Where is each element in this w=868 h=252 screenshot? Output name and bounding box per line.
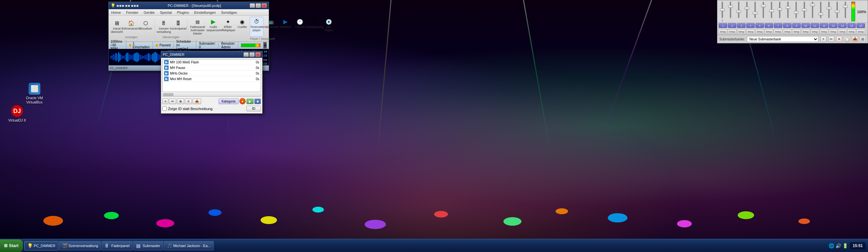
ch-num-12[interactable]: 12	[820, 23, 828, 28]
buehnenansicht-btn[interactable]: 🏠 Bühnenansicht	[124, 19, 138, 35]
id-button[interactable]: ID	[246, 106, 261, 111]
show-id-checkbox[interactable]	[162, 107, 167, 111]
dialog-max-btn[interactable]: □	[249, 52, 255, 57]
audio-sequenzer-btn[interactable]: ▶ Audiosequenzer	[207, 17, 220, 36]
setup-btn-8[interactable]: Setup	[783, 29, 792, 34]
list-item-2[interactable]: ▶ MiHs Decke 0s	[163, 71, 260, 76]
list-item-0[interactable]: ▶ MH 100 Weiß Flash 0s	[163, 59, 260, 65]
kanal-uebersicht-btn[interactable]: ⊞ Kanal übersicht	[110, 19, 124, 35]
setup-btn-6[interactable]: Setup	[765, 29, 773, 34]
mixer-add-btn[interactable]: +	[820, 36, 826, 42]
taskbar-michael-jackson[interactable]: 🎵 Michael Jackson - Ea...	[164, 241, 214, 250]
menu-einstellungen[interactable]: Einstellungen	[191, 10, 218, 15]
start-button[interactable]: ⊞ Start	[0, 240, 23, 252]
taskbar-right: 🌐 🔊 🔋 15:51	[826, 242, 868, 249]
maximize-btn[interactable]: □	[256, 3, 261, 8]
taskbar-szenen[interactable]: 🎬 Szenenverwaltung	[59, 241, 101, 250]
setup-btn-4[interactable]: Setup	[746, 29, 755, 34]
mixer-edit-btn[interactable]: ✏	[828, 36, 834, 42]
menu-fenster[interactable]: Fenster	[123, 10, 141, 15]
setup-btn-5[interactable]: Setup	[755, 29, 764, 34]
timecode-btn[interactable]: ⏱ Timecodeplayer	[250, 17, 264, 36]
dialog-play-btn[interactable]: ▶	[246, 99, 254, 104]
ch-num-9[interactable]: 9	[792, 23, 801, 28]
ch-num-7[interactable]: 7	[774, 23, 782, 28]
window-title: PC-DIMMER - [Steuerpult0.pcdp]	[139, 4, 250, 7]
setup-btn-9[interactable]: Setup	[792, 29, 801, 34]
zeitsteuerung-btn[interactable]: ⟳ Zeitsteuerung	[308, 17, 321, 36]
menu-sonstiges[interactable]: Sonstiges	[219, 10, 240, 15]
ch-num-15[interactable]: 15	[847, 23, 856, 28]
setup-btn-11[interactable]: Setup	[811, 29, 819, 34]
setup-btn-2[interactable]: Setup	[728, 29, 736, 34]
mixer-export-btn[interactable]: 📤	[852, 36, 858, 42]
visualizer-btn[interactable]: ⬡ Visualizer	[139, 19, 153, 35]
setup-btn-15[interactable]: Setup	[847, 29, 856, 34]
ch-num-14[interactable]: 14	[838, 23, 847, 28]
close-btn[interactable]: ✕	[261, 3, 267, 8]
beattool-btn[interactable]: ▶ Beattool	[279, 17, 292, 36]
effekt-btn[interactable]: ✦ Effekteffektplayer	[221, 17, 235, 36]
setup-btn-13[interactable]: Setup	[829, 29, 837, 34]
szenen-btn[interactable]: 🎚 Szenenverwaltung	[157, 19, 170, 35]
dialog-close-btn[interactable]: ✕	[255, 52, 260, 57]
dialog-min-btn[interactable]: _	[244, 52, 249, 57]
cd-player-btn[interactable]: 💿 CD-Player	[322, 17, 336, 36]
ch-num-16[interactable]: 16	[857, 23, 865, 28]
ch-num-1[interactable]: 1	[719, 23, 727, 28]
dialog-edit-btn[interactable]: ✏	[169, 99, 176, 104]
ch-num-10[interactable]: 10	[801, 23, 810, 28]
fader-panel-btn[interactable]: ▤ FaderpanelSubmasterMaster	[189, 17, 206, 36]
oracle-virtualbox-icon[interactable]: ⬜ Oracle VM VirtualBox	[21, 82, 48, 105]
ch-num-2[interactable]: 2	[728, 23, 736, 28]
taskbar-fader[interactable]: 🎚 Faderpanel	[102, 241, 132, 250]
dialog-delete-btn[interactable]: ✕	[185, 99, 192, 104]
minimize-btn[interactable]: _	[250, 3, 255, 8]
ch-num-5[interactable]: 5	[755, 23, 764, 28]
dialog-scrollbar[interactable]	[162, 93, 261, 96]
dialog-copy-btn[interactable]: ⊕	[177, 99, 184, 104]
setup-btn-14[interactable]: Setup	[838, 29, 847, 34]
record-btn[interactable]: ●	[239, 98, 246, 105]
dialog-export-btn[interactable]: 📤	[193, 99, 201, 104]
setup-btn-1[interactable]: Setup	[719, 29, 727, 34]
ch-num-8[interactable]: 8	[783, 23, 792, 28]
dialog-list[interactable]: ▶ MH 100 Weiß Flash 0s ▶ MH Pause 0s ▶ M…	[162, 59, 261, 92]
menu-spezial[interactable]: Spezial	[157, 10, 174, 15]
cuellet-label: Cuellet	[238, 26, 247, 29]
menu-home[interactable]: Home	[108, 10, 123, 15]
setup-btn-7[interactable]: Setup	[774, 29, 782, 34]
dialog-stop-btn[interactable]: ■	[254, 99, 261, 104]
uhrzeit-btn[interactable]: 🕐 Uhrzeit	[293, 17, 307, 36]
ch-num-6[interactable]: 6	[765, 23, 773, 28]
list-item-3[interactable]: ▶ Mini MH Reset 0s	[163, 76, 260, 82]
videoscreen-btn[interactable]: 📺 Videoscreen	[264, 17, 278, 36]
taskbar-submaster[interactable]: ▤ Submaster	[133, 241, 163, 250]
setup-btn-12[interactable]: Setup	[820, 29, 828, 34]
paused-text: Paused	[159, 44, 170, 47]
mixer-delete-btn[interactable]: ✕	[836, 36, 842, 42]
taskbar-pcdimmer[interactable]: 💡 PC_DIMMER	[24, 241, 58, 250]
menu-plugins[interactable]: Plugins	[174, 10, 191, 15]
mixer-copy-btn[interactable]: 📋	[844, 36, 850, 42]
kontrolpanel-btn[interactable]: 🎛 Kontrolpanel	[171, 19, 185, 35]
dialog-add-btn[interactable]: +	[162, 98, 168, 104]
ch-num-11[interactable]: 11	[811, 23, 819, 28]
status-settings-btn[interactable]: ⊞	[263, 42, 267, 49]
submaster-bank-dropdown[interactable]: Neue Submasterbank	[747, 36, 818, 42]
tray-battery-icon[interactable]: 🔋	[842, 243, 848, 248]
ch-num-3[interactable]: 3	[737, 23, 746, 28]
list-item-1[interactable]: ▶ MH Pause 0s	[163, 65, 260, 71]
ch-num-4[interactable]: 4	[746, 23, 755, 28]
kategorie-btn[interactable]: Kategorie	[219, 99, 239, 104]
mixer-grid-btn[interactable]: ⊞	[860, 36, 866, 42]
virtualdj-icon[interactable]: DJ VirtualDJ 8	[4, 105, 30, 122]
setup-btn-3[interactable]: Setup	[737, 29, 746, 34]
tray-network-icon[interactable]: 🌐	[829, 243, 834, 248]
tray-volume-icon[interactable]: 🔊	[836, 243, 841, 248]
ch-num-13[interactable]: 13	[829, 23, 837, 28]
setup-btn-16[interactable]: Setup	[857, 29, 865, 34]
cuellet-btn[interactable]: ◉ Cuellet	[235, 17, 249, 36]
menu-geraete[interactable]: Geräte	[141, 10, 157, 15]
setup-btn-10[interactable]: Setup	[801, 29, 810, 34]
